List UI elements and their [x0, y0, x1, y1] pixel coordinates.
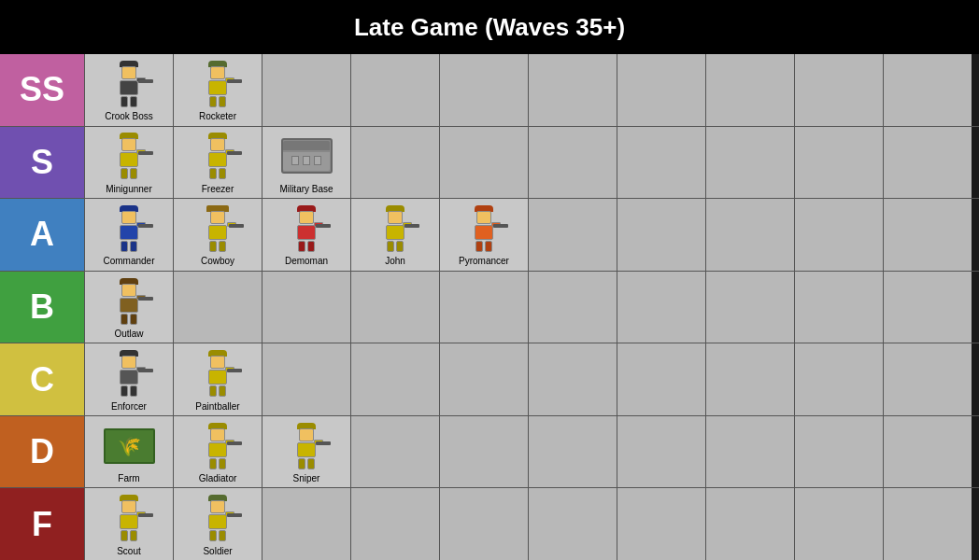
tier-label-ss: SS: [0, 54, 84, 126]
tier-cell: Scout: [84, 488, 173, 560]
tier-cell: [439, 54, 528, 126]
tier-cell: Demoman: [262, 199, 350, 271]
tier-cell: Sniper: [262, 416, 350, 488]
tier-cell: [794, 199, 883, 271]
cell-icon: [190, 348, 246, 399]
cell-icon: [101, 203, 157, 254]
tier-cell: [883, 343, 972, 415]
tier-label-f: F: [0, 488, 84, 560]
tier-row-f: FScoutSoldier: [0, 488, 979, 560]
tier-cell: [883, 54, 972, 126]
tier-cell: [794, 127, 883, 199]
tier-cell: [705, 127, 794, 199]
cell-icon: [101, 58, 157, 109]
tier-cell: Paintballer: [173, 343, 262, 415]
tier-cell: [617, 343, 705, 415]
cell-label: Sniper: [293, 473, 320, 483]
cell-icon: [190, 203, 246, 254]
cell-label: Commander: [103, 256, 154, 266]
tier-cell: [705, 343, 794, 415]
tier-cell: Cowboy: [173, 199, 262, 271]
tier-cell: [705, 272, 794, 343]
tier-cell: Commander: [84, 199, 173, 271]
tier-cell: [528, 272, 617, 343]
cell-label: Gladiator: [199, 473, 237, 483]
tier-cell: [794, 416, 883, 488]
tier-cell: [350, 54, 439, 126]
tier-cell: [528, 416, 617, 488]
page-title: Late Game (Waves 35+): [354, 13, 625, 42]
tier-cell: [528, 488, 617, 560]
tier-cell: [617, 488, 705, 560]
cell-icon: [456, 203, 512, 254]
tier-row-c: CEnforcerPaintballer: [0, 343, 979, 416]
cell-label: Freezer: [202, 184, 234, 194]
tier-cell: [262, 343, 350, 415]
tier-cell: [262, 488, 350, 560]
tier-cell: [262, 54, 350, 126]
tier-cell: [439, 416, 528, 488]
tier-table: SSCrook BossRocketerSMinigunnerFreezerMi…: [0, 54, 979, 560]
tier-cells-a: CommanderCowboyDemomanJohnPyromancer: [84, 199, 979, 271]
tier-cells-s: MinigunnerFreezerMilitary Base: [84, 127, 979, 199]
tier-cell: [883, 127, 972, 199]
cell-label: Pyromancer: [459, 256, 509, 266]
cell-label: John: [385, 256, 405, 266]
cell-label: Outlaw: [114, 329, 143, 339]
tier-cell: [528, 199, 617, 271]
tier-label-c: C: [0, 343, 84, 415]
tier-cell: [617, 199, 705, 271]
tier-cell: 🌾Farm: [84, 416, 173, 488]
cell-icon: [190, 493, 246, 544]
tier-cell: [794, 488, 883, 560]
tier-cell: [794, 272, 883, 343]
cell-icon: 🌾: [101, 420, 157, 471]
cell-icon: [101, 275, 157, 327]
tier-cell: [794, 54, 883, 126]
tier-cell: Soldier: [173, 488, 262, 560]
tier-cell: [705, 199, 794, 271]
cell-icon: [278, 131, 334, 182]
cell-label: Enforcer: [111, 401, 147, 412]
cell-label: Demoman: [285, 256, 328, 266]
tier-label-b: B: [0, 272, 84, 343]
tier-cell: [439, 272, 528, 343]
tier-cell: [617, 54, 705, 126]
tier-cell: [439, 343, 528, 415]
cell-label: Minigunner: [106, 184, 151, 194]
tier-cell: [350, 416, 439, 488]
cell-label: Farm: [118, 473, 139, 483]
tier-row-s: SMinigunnerFreezerMilitary Base: [0, 127, 979, 200]
tier-row-ss: SSCrook BossRocketer: [0, 54, 979, 127]
cell-icon: [101, 493, 157, 544]
tier-cell: [528, 127, 617, 199]
cell-icon: [190, 58, 246, 109]
cell-icon: [278, 420, 334, 471]
tier-cell: [350, 127, 439, 199]
tier-cell: [794, 343, 883, 415]
tier-cell: [528, 54, 617, 126]
tier-row-a: ACommanderCowboyDemomanJohnPyromancer: [0, 199, 979, 272]
tier-row-b: BOutlaw: [0, 272, 979, 344]
tier-cell: [439, 127, 528, 199]
tier-label-d: D: [0, 416, 84, 488]
tier-cell: Enforcer: [84, 343, 173, 415]
tier-cells-b: Outlaw: [84, 272, 979, 343]
tier-label-a: A: [0, 199, 84, 271]
tier-cell: [617, 127, 705, 199]
tier-cell: Military Base: [262, 127, 350, 199]
tier-cell: Rocketer: [173, 54, 262, 126]
tier-cell: [883, 488, 972, 560]
cell-icon: [367, 203, 423, 254]
page-wrapper: Late Game (Waves 35+) SSCrook BossRocket…: [0, 0, 979, 560]
tier-cell: [883, 199, 972, 271]
cell-label: Soldier: [203, 546, 232, 556]
tier-cell: [350, 488, 439, 560]
tier-cell: [439, 488, 528, 560]
cell-label: Scout: [117, 546, 141, 556]
tier-cell: Pyromancer: [439, 199, 528, 271]
cell-label: Crook Boss: [105, 111, 153, 121]
tier-cells-f: ScoutSoldier: [84, 488, 979, 560]
tier-cell: [262, 272, 350, 343]
tier-cell: [883, 416, 972, 488]
